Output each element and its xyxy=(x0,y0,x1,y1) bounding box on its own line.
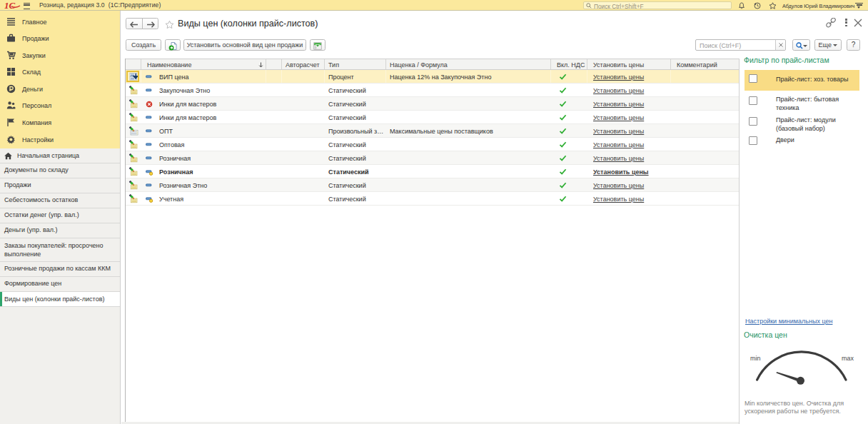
svg-text:1С: 1С xyxy=(4,1,16,9)
